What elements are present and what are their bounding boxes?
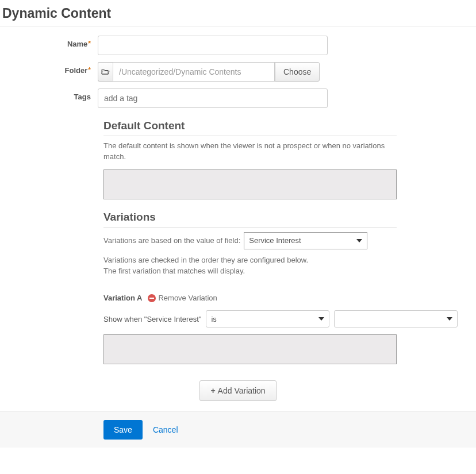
name-input[interactable] bbox=[98, 36, 328, 55]
folder-input-group: Choose bbox=[98, 62, 320, 82]
remove-variation-link[interactable]: Remove Variation bbox=[148, 294, 217, 302]
operator-select[interactable]: is bbox=[206, 310, 329, 327]
variation-a-header: Variation A Remove Variation bbox=[103, 294, 397, 302]
folder-icon bbox=[98, 62, 113, 82]
value-select[interactable] bbox=[334, 310, 458, 327]
cancel-link[interactable]: Cancel bbox=[153, 425, 178, 434]
add-variation-wrap: +Add Variation bbox=[0, 380, 476, 401]
variation-field-select[interactable]: Service Interest bbox=[244, 232, 367, 249]
variations-desc-line1: Variations are checked in the order they… bbox=[103, 256, 308, 264]
variations-description: Variations are checked in the order they… bbox=[103, 255, 397, 277]
folder-row: Folder* Choose bbox=[0, 62, 476, 82]
default-content-section: Default Content The default content is s… bbox=[103, 120, 397, 199]
remove-variation-label: Remove Variation bbox=[158, 294, 217, 302]
tags-label: Tags bbox=[0, 88, 98, 101]
folder-label-text: Folder bbox=[65, 66, 88, 75]
add-variation-label: Add Variation bbox=[218, 386, 266, 395]
footer: Save Cancel bbox=[0, 411, 476, 448]
add-variation-button[interactable]: +Add Variation bbox=[199, 380, 276, 401]
variation-a-body: Show when "Service Interest" is bbox=[103, 310, 463, 364]
plus-icon: + bbox=[210, 386, 215, 395]
variation-a-title: Variation A bbox=[103, 294, 142, 302]
default-content-heading: Default Content bbox=[103, 120, 397, 136]
tags-input[interactable] bbox=[98, 88, 328, 108]
page-title: Dynamic Content bbox=[0, 0, 476, 26]
required-asterisk: * bbox=[88, 66, 91, 74]
variations-section: Variations Variations are based on the v… bbox=[103, 211, 397, 303]
default-content-editor[interactable] bbox=[103, 169, 397, 199]
variations-heading: Variations bbox=[103, 211, 397, 228]
default-content-description: The default content is shown when the vi… bbox=[103, 141, 397, 163]
save-button[interactable]: Save bbox=[103, 420, 143, 440]
svg-rect-0 bbox=[149, 298, 154, 299]
variation-field-row: Variations are based on the value of fie… bbox=[103, 232, 397, 249]
variations-desc-line2: The first variation that matches will di… bbox=[103, 267, 245, 275]
remove-icon bbox=[148, 294, 156, 302]
tags-row: Tags bbox=[0, 88, 476, 108]
folder-label: Folder* bbox=[0, 62, 98, 75]
name-label-text: Name bbox=[67, 40, 87, 48]
show-when-row: Show when "Service Interest" is bbox=[103, 310, 463, 327]
variation-a-editor[interactable] bbox=[103, 334, 397, 364]
folder-path-input[interactable] bbox=[113, 62, 275, 82]
form-area: Name* Folder* Choose Tags Default Conten… bbox=[0, 26, 476, 401]
name-label: Name* bbox=[0, 36, 98, 48]
choose-folder-button[interactable]: Choose bbox=[275, 62, 320, 82]
required-asterisk: * bbox=[88, 40, 91, 48]
name-row: Name* bbox=[0, 36, 476, 55]
show-when-label: Show when "Service Interest" bbox=[103, 315, 201, 323]
variation-based-on-label: Variations are based on the value of fie… bbox=[103, 236, 240, 245]
